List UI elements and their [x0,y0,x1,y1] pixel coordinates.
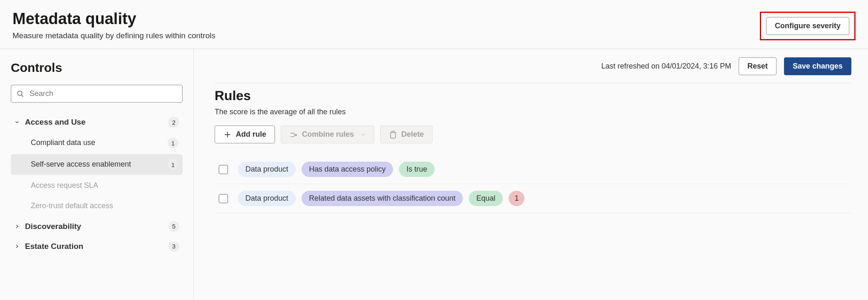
tree-item-self-serve-access[interactable]: Self-serve access enablement 1 [11,154,183,175]
reset-button[interactable]: Reset [739,57,777,75]
configure-severity-highlight: Configure severity [760,12,856,40]
tree-item-label: Zero-trust default access [31,201,178,211]
search-icon [17,90,24,98]
configure-severity-button[interactable]: Configure severity [766,17,849,35]
rules-description: The score is the average of all the rule… [215,108,851,116]
rule-checkbox[interactable] [219,165,228,174]
chevron-right-icon [14,224,20,229]
tree-group-label: Access and Use [25,118,163,127]
tree-group-label: Discoverability [25,222,163,231]
rule-subject-pill[interactable]: Data product [238,191,296,206]
add-rule-button[interactable]: Add rule [215,125,275,143]
svg-line-1 [21,95,23,97]
chevron-right-icon [14,243,20,249]
save-changes-button[interactable]: Save changes [784,57,851,75]
rule-subject-pill[interactable]: Data product [238,162,296,177]
combine-rules-label: Combine rules [302,130,354,139]
tree-item-label: Self-serve access enablement [31,160,168,169]
page-title: Metadata quality [12,10,215,28]
rule-predicate-pill[interactable]: Has data access policy [302,162,393,177]
svg-point-0 [17,91,22,96]
delete-button[interactable]: Delete [380,125,433,143]
tree-group-access-and-use[interactable]: Access and Use 2 [11,113,183,132]
rules-title: Rules [215,88,851,103]
rule-operator-pill[interactable]: Equal [469,191,503,206]
count-badge: 5 [168,221,179,232]
tree-item-access-request-sla: Access request SLA [11,176,183,195]
combine-rules-button[interactable]: Combine rules [281,125,374,143]
tree-item-compliant-data-use[interactable]: Compliant data use 1 [11,133,183,153]
tree-group-discoverability[interactable]: Discoverability 5 [11,217,183,236]
add-rule-label: Add rule [236,130,266,139]
count-badge: 1 [168,159,178,170]
rule-checkbox[interactable] [219,194,228,203]
plus-icon [223,130,232,139]
delete-label: Delete [401,130,424,139]
rule-value-pill[interactable]: 1 [509,191,524,206]
tree-item-label: Access request SLA [31,181,178,190]
rule-operator-pill[interactable]: Is true [399,162,435,177]
count-badge: 2 [168,117,179,128]
count-badge: 1 [168,138,178,148]
rule-row: Data product Has data access policy Is t… [215,155,851,184]
tree-item-zero-trust: Zero-trust default access [11,196,183,216]
trash-icon [389,130,397,139]
count-badge: 3 [168,241,179,252]
chevron-down-icon [361,132,366,137]
page-subtitle: Measure metadata quality by defining rul… [12,31,215,40]
combine-icon [289,130,298,139]
tree-group-label: Estate Curation [25,242,163,251]
tree-group-estate-curation[interactable]: Estate Curation 3 [11,237,183,256]
chevron-down-icon [14,119,20,125]
tree-item-label: Compliant data use [31,138,168,148]
rule-row: Data product Related data assets with cl… [215,184,851,213]
search-input[interactable] [11,85,183,103]
rule-predicate-pill[interactable]: Related data assets with classification … [302,191,463,206]
sidebar-title: Controls [11,61,183,75]
last-refreshed: Last refreshed on 04/01/2024, 3:16 PM [601,62,731,71]
